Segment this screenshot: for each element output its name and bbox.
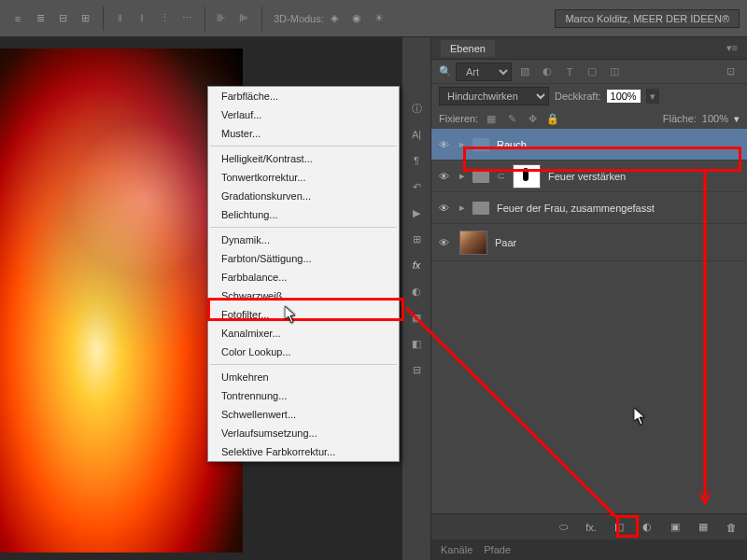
menu-item[interactable]: Kanalmixer... bbox=[208, 324, 399, 343]
adjustment-layer-icon[interactable]: ◐ bbox=[639, 521, 655, 533]
distribute-icon[interactable]: ⫲ bbox=[132, 8, 152, 29]
menu-item[interactable]: Schwellenwert... bbox=[208, 405, 399, 424]
layer-row-rauch[interactable]: 👁 ▸ Rauch bbox=[431, 129, 747, 161]
align-icon[interactable]: ⊞ bbox=[75, 8, 95, 29]
layer-filter-row: 🔍 Art ▧ ◐ T ▢ ◫ ⊡ bbox=[431, 60, 747, 84]
menu-item[interactable]: Helligkeit/Kontrast... bbox=[208, 149, 399, 168]
space-icon[interactable]: ⊪ bbox=[211, 8, 232, 29]
layer-name[interactable]: Rauch bbox=[497, 139, 527, 150]
fill-label: Fläche: bbox=[663, 113, 697, 124]
opacity-value[interactable]: 100% bbox=[607, 90, 641, 103]
opacity-arrow-icon[interactable]: ▾ bbox=[646, 89, 659, 104]
menu-item[interactable]: Selektive Farbkorrektur... bbox=[208, 442, 399, 461]
fill-arrow-icon[interactable]: ▾ bbox=[734, 113, 740, 125]
author-label: Marco Kolditz, MEER DER IDEEN® bbox=[555, 9, 740, 28]
menu-item[interactable]: Schwarzweiß... bbox=[208, 287, 399, 305]
panel-menu-icon[interactable]: ▾≡ bbox=[726, 42, 738, 54]
menu-item[interactable]: Belichtung... bbox=[208, 205, 399, 224]
menu-item[interactable]: Dynamik... bbox=[208, 231, 399, 249]
sphere-icon[interactable]: ◉ bbox=[346, 8, 367, 29]
filter-pixel-icon[interactable]: ▧ bbox=[515, 64, 534, 79]
menu-item[interactable]: Muster... bbox=[208, 124, 399, 143]
trash-icon[interactable]: 🗑 bbox=[723, 522, 740, 533]
distribute-icon[interactable]: ⋯ bbox=[176, 8, 197, 29]
menu-item[interactable]: Umkehren bbox=[208, 368, 399, 386]
lower-panel-tabs: Kanäle Pfade bbox=[431, 539, 747, 560]
lock-label: Fixieren: bbox=[439, 113, 478, 124]
info-icon[interactable]: ⓘ bbox=[405, 97, 428, 119]
distribute-icon[interactable]: ⫴ bbox=[109, 8, 130, 29]
distribute-icon[interactable]: ⋮ bbox=[154, 8, 175, 29]
document-canvas[interactable] bbox=[0, 49, 243, 553]
lock-row: Fixieren: ▦ ✎ ✥ 🔒 Fläche: 100% ▾ bbox=[431, 108, 747, 129]
menu-item[interactable]: Tonwertkorrektur... bbox=[208, 168, 399, 187]
twirl-icon[interactable]: ▸ bbox=[459, 138, 465, 150]
space-icon[interactable]: ⊫ bbox=[233, 8, 254, 29]
fill-value[interactable]: 100% bbox=[702, 113, 728, 124]
menu-item[interactable]: Farbton/Sättigung... bbox=[208, 249, 399, 268]
lock-all-icon[interactable]: 🔒 bbox=[545, 113, 560, 125]
mode3d-label: 3D-Modus: bbox=[274, 13, 324, 24]
filter-adjust-icon[interactable]: ◐ bbox=[538, 64, 557, 79]
fire-image bbox=[0, 49, 243, 553]
annotation-arrow-1 bbox=[406, 168, 640, 537]
svg-line-0 bbox=[406, 308, 616, 517]
blend-mode-select[interactable]: Hindurchwirken bbox=[439, 87, 549, 105]
menu-item[interactable]: Farbfläche... bbox=[208, 87, 399, 105]
options-bar: ≡ ≣ ⊟ ⊞ ⫴ ⫲ ⋮ ⋯ ⊪ ⊫ 3D-Modus: ◈ ◉ ☀ Marc… bbox=[0, 0, 747, 37]
tab-layers[interactable]: Ebenen bbox=[441, 40, 495, 57]
menu-separator bbox=[210, 364, 397, 365]
menu-item[interactable]: Verlaufsumsetzung... bbox=[208, 424, 399, 442]
adjustment-layer-context-menu: Farbfläche...Verlauf...Muster...Helligke… bbox=[207, 86, 400, 462]
tab-paths[interactable]: Pfade bbox=[484, 544, 511, 555]
new-group-icon[interactable]: ▣ bbox=[667, 521, 684, 533]
menu-separator bbox=[210, 146, 397, 147]
lock-transparent-icon[interactable]: ▦ bbox=[484, 113, 499, 125]
panel-tabs: Ebenen ▾≡ bbox=[431, 37, 747, 60]
filter-toggle-icon[interactable]: ⊡ bbox=[721, 64, 740, 79]
cursor-icon bbox=[285, 306, 298, 325]
new-layer-icon[interactable]: ▦ bbox=[695, 521, 712, 533]
filter-type-select[interactable]: Art bbox=[456, 63, 512, 81]
filter-smart-icon[interactable]: ◫ bbox=[605, 64, 624, 79]
menu-item[interactable]: Fotofilter... bbox=[208, 305, 399, 324]
opacity-label: Deckkraft: bbox=[555, 91, 601, 102]
light-icon[interactable]: ☀ bbox=[369, 8, 389, 29]
visibility-icon[interactable]: 👁 bbox=[439, 139, 452, 150]
tab-channels[interactable]: Kanäle bbox=[441, 544, 472, 555]
menu-item[interactable]: Gradationskurven... bbox=[208, 187, 399, 205]
menu-item[interactable]: Farbbalance... bbox=[208, 268, 399, 287]
cursor-icon bbox=[634, 408, 647, 427]
blend-row: Hindurchwirken Deckkraft: 100% ▾ bbox=[431, 84, 747, 108]
filter-type-icon[interactable]: T bbox=[560, 64, 579, 79]
lock-position-icon[interactable]: ✥ bbox=[525, 113, 540, 125]
folder-icon bbox=[472, 138, 489, 151]
menu-item[interactable]: Verlauf... bbox=[208, 105, 399, 124]
menu-item[interactable]: Color Lookup... bbox=[208, 343, 399, 361]
align-icon[interactable]: ≣ bbox=[30, 8, 50, 29]
annotation-arrow-2 bbox=[691, 170, 719, 515]
align-icon[interactable]: ≡ bbox=[7, 8, 28, 29]
menu-item[interactable]: Tontrennung... bbox=[208, 386, 399, 405]
menu-separator bbox=[210, 227, 397, 228]
cube-icon[interactable]: ◈ bbox=[324, 8, 345, 29]
align-icon[interactable]: ⊟ bbox=[52, 8, 73, 29]
lock-pixels-icon[interactable]: ✎ bbox=[504, 113, 519, 125]
type-panel-icon[interactable]: A| bbox=[405, 123, 428, 146]
filter-shape-icon[interactable]: ▢ bbox=[583, 64, 601, 79]
